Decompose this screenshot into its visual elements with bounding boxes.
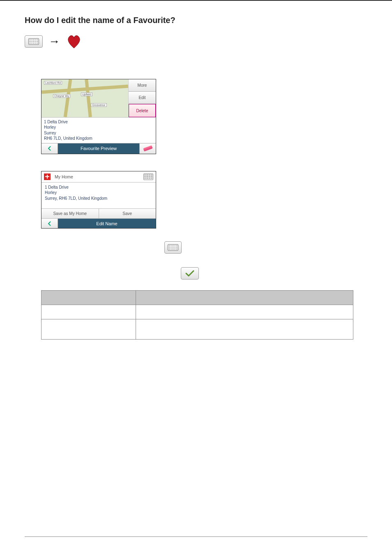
map-preview: Lechford Rd Cheyne Wy Upfield Grosvenor [42,79,129,117]
step-2-text: 2. Tap Edit. The Edit Name screen will d… [41,157,329,165]
back-button[interactable] [42,219,58,228]
table-row: save the Favourite as My Home tap Save a… [42,305,353,319]
table-cell: tap Save. [136,319,353,339]
edit-button[interactable]: Edit [129,92,156,104]
address-block: 1 Delta Drive Horley Surrey, RH6 7LD, Un… [42,183,156,209]
address-line: 1 Delta Drive [45,185,152,190]
road-label: Upfield [81,92,92,96]
road-label: Grosvenor [91,103,107,107]
delete-button[interactable]: Delete [129,104,156,117]
address-line: Surrey [44,130,153,136]
eraser-icon[interactable] [139,143,156,154]
table-cell: save the Favourite as My Home [42,305,136,319]
table-cell: tap Save as My Home. [136,305,353,319]
road-label: Lechford Rd [44,81,62,85]
ok-checkmark-button[interactable] [181,267,199,280]
back-button[interactable] [42,143,58,154]
favourite-preview-screenshot: Lechford Rd Cheyne Wy Upfield Grosvenor … [41,79,156,154]
save-as-home-button[interactable]: Save as My Home [42,209,99,218]
preview-sidebar: More Edit Delete [129,79,156,117]
page-container: How do I edit the name of a Favourite? →… [0,0,392,557]
nav-breadcrumb: → [25,34,367,49]
address-line: RH6 7LD, United Kingdom [44,136,153,141]
keyboard-icon [28,38,39,45]
address-line: Horley [45,190,152,196]
address-line: Surrey, RH6 7LD, United Kingdom [45,196,152,201]
table-row: save the Favourite with a different name… [42,319,353,339]
step-3-text: 3. To edit the name, tap . [41,233,329,240]
address-block: 1 Delta Drive Horley Surrey RH6 7LD, Uni… [42,117,156,143]
step-4-text: 4. After you have edited the Favourite n… [41,256,329,264]
address-line: 1 Delta Drive [44,119,153,125]
road-label: Cheyne Wy [53,94,70,98]
name-input[interactable]: My Home [53,173,141,180]
main-menu-icon[interactable] [25,35,43,48]
table-header-row: If you want to ... Then ... [42,290,353,305]
arrow-right-icon: → [48,35,60,48]
screen-title: Edit Name [58,219,156,228]
save-button[interactable]: Save [99,209,156,218]
instruction-table: If you want to ... Then ... save the Fav… [41,290,353,340]
edit-name-screenshot: My Home 1 Delta Drive Horley Surrey, RH6… [41,171,156,229]
table-header: If you want to ... [42,290,136,305]
flag-icon [44,173,51,180]
table-header: Then ... [136,290,353,305]
keyboard-button-icon[interactable] [164,241,182,254]
page-footer-rule [25,536,367,545]
favourites-heart-icon[interactable] [66,34,82,49]
table-cell: save the Favourite with a different name [42,319,136,339]
keyboard-toggle-icon[interactable] [143,173,153,180]
more-button[interactable]: More [129,79,156,92]
screen-title: Favourite Preview [58,143,139,154]
page-title: How do I edit the name of a Favourite? [25,16,367,25]
address-line: Horley [44,125,153,130]
step-1-text: 1. Tap the Favourite you want to rename.… [41,65,329,73]
